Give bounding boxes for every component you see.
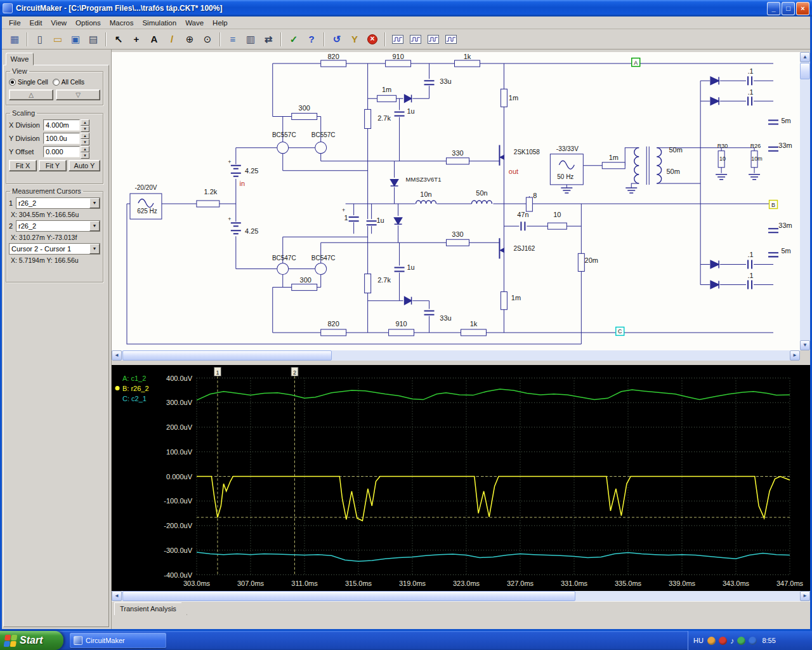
x-division-label: X Division bbox=[9, 121, 43, 129]
spinner-down-icon[interactable]: ▼ bbox=[81, 126, 89, 132]
mirror-icon[interactable]: ⇄ bbox=[260, 32, 277, 47]
x-division-input[interactable] bbox=[43, 119, 80, 131]
cursor1-source-select[interactable]: r26_2 ▼ bbox=[16, 197, 100, 209]
digital-display-1-icon[interactable] bbox=[390, 32, 406, 47]
waveform-scrollbar[interactable]: ◄ ► bbox=[112, 591, 810, 601]
help-icon[interactable]: ? bbox=[303, 32, 320, 47]
schematic-hscrollbar[interactable]: ◄ ► bbox=[112, 350, 800, 361]
minimize-button[interactable]: _ bbox=[767, 2, 780, 15]
zoom-in-tool-icon[interactable]: ⊕ bbox=[181, 32, 198, 47]
dropdown-arrow-icon[interactable]: ▼ bbox=[89, 198, 100, 208]
maximize-button[interactable]: □ bbox=[782, 2, 795, 15]
waveform-plot[interactable]: 303.0ms307.0ms311.0ms315.0ms319.0ms323.0… bbox=[112, 365, 810, 591]
menu-file[interactable]: File bbox=[4, 18, 25, 28]
legend-item[interactable]: A: c1_2 bbox=[122, 375, 146, 382]
circuit-label: 8 bbox=[533, 192, 537, 199]
digital-display-4-icon[interactable] bbox=[443, 32, 459, 47]
schematic-svg[interactable]: ABC 8209101k.1.11m33u1m5m33m3002.7k1uBC5… bbox=[112, 52, 800, 350]
circuit-label: 20m bbox=[585, 256, 598, 264]
hscroll-thumb[interactable] bbox=[122, 350, 332, 361]
new-file-icon[interactable]: ▯ bbox=[32, 32, 48, 47]
open-file-icon[interactable]: ▭ bbox=[49, 32, 66, 47]
spinner-up-icon[interactable]: ▲ bbox=[81, 133, 89, 139]
spinner-down-icon[interactable]: ▼ bbox=[81, 152, 89, 159]
fit-x-button[interactable]: Fit X bbox=[9, 160, 37, 171]
next-wave-button[interactable]: ▽ bbox=[56, 90, 100, 100]
circuit-label: 4.25 bbox=[245, 227, 258, 235]
pointer-tool-icon[interactable]: ↖ bbox=[110, 32, 127, 47]
x-division-spinner[interactable]: ▲▼ bbox=[81, 119, 89, 131]
fit-y-button[interactable]: Fit Y bbox=[39, 160, 67, 171]
scroll-left-icon[interactable]: ◄ bbox=[112, 350, 122, 361]
digital-display-2-icon[interactable] bbox=[407, 32, 424, 47]
language-indicator[interactable]: HU bbox=[693, 637, 704, 644]
menu-help[interactable]: Help bbox=[208, 18, 232, 28]
menu-wave[interactable]: Wave bbox=[181, 18, 208, 28]
text-tool-icon[interactable]: A bbox=[146, 32, 162, 47]
auto-y-button[interactable]: Auto Y bbox=[69, 160, 100, 171]
menu-view[interactable]: View bbox=[46, 18, 71, 28]
view-group: View Single Cell All Cells △ ▽ bbox=[6, 67, 103, 105]
volume-icon[interactable]: ♪ bbox=[730, 637, 735, 645]
single-cell-radio[interactable] bbox=[9, 79, 16, 86]
circuit-labels: 8209101k.1.11m33u1m5m33m3002.7k1uBC557CB… bbox=[134, 53, 792, 328]
print-icon[interactable]: ▤ bbox=[85, 32, 102, 47]
cursor2-source-select[interactable]: r26_2 ▼ bbox=[16, 220, 100, 232]
spinner-up-icon[interactable]: ▲ bbox=[81, 119, 89, 126]
y-offset-input[interactable] bbox=[43, 146, 80, 157]
zoom-tool-icon[interactable]: ⊙ bbox=[199, 32, 216, 47]
scroll-up-icon[interactable]: ▲ bbox=[800, 52, 810, 62]
menu-simulation[interactable]: Simulation bbox=[138, 18, 181, 28]
title-bar[interactable]: CircuitMaker - [C:\Program Files\...\tra… bbox=[0, 0, 812, 17]
legend-item[interactable]: C: c2_1 bbox=[122, 395, 147, 402]
schematic-canvas[interactable]: ABC 8209101k.1.11m33u1m5m33m3002.7k1uBC5… bbox=[112, 52, 800, 350]
dropdown-arrow-icon[interactable]: ▼ bbox=[89, 221, 100, 231]
digital-display-3-icon[interactable] bbox=[425, 32, 442, 47]
cursor-flag-label: 1 bbox=[216, 369, 219, 376]
reset-icon[interactable]: ↺ bbox=[329, 32, 345, 47]
schematic-vscrollbar[interactable]: ▲ ▼ bbox=[800, 52, 810, 350]
menu-options[interactable]: Options bbox=[71, 18, 105, 28]
cursor-diff-select[interactable]: Cursor 2 - Cursor 1 ▼ bbox=[9, 243, 100, 255]
wire-tool-icon[interactable]: / bbox=[164, 32, 180, 47]
network-icon[interactable] bbox=[737, 637, 745, 645]
scroll-left-icon[interactable]: ◄ bbox=[112, 591, 122, 601]
menu-edit[interactable]: Edit bbox=[25, 18, 47, 28]
spinner-down-icon[interactable]: ▼ bbox=[81, 139, 89, 145]
spinner-up-icon[interactable]: ▲ bbox=[81, 146, 89, 152]
vscroll-thumb[interactable] bbox=[800, 63, 810, 79]
circuit-label: BC547C bbox=[272, 255, 296, 262]
previous-wave-button[interactable]: △ bbox=[9, 90, 53, 100]
browse-parts-icon[interactable]: ▦ bbox=[6, 32, 23, 47]
circuit-label: 1k bbox=[464, 53, 471, 60]
scroll-down-icon[interactable]: ▼ bbox=[800, 340, 810, 350]
messenger-icon[interactable] bbox=[749, 637, 757, 645]
update-icon[interactable] bbox=[707, 637, 716, 645]
menu-macros[interactable]: Macros bbox=[105, 18, 138, 28]
scroll-right-icon[interactable]: ► bbox=[790, 350, 800, 361]
dropdown-arrow-icon[interactable]: ▼ bbox=[89, 244, 100, 254]
stop-simulation-icon[interactable]: × bbox=[364, 32, 381, 47]
copy-icon[interactable]: ▥ bbox=[242, 32, 259, 47]
y-offset-spinner[interactable]: ▲▼ bbox=[81, 146, 89, 157]
legend-item[interactable]: B: r26_2 bbox=[122, 385, 149, 392]
waveform-view: 303.0ms307.0ms311.0ms315.0ms319.0ms323.0… bbox=[112, 365, 810, 591]
taskbar-item-label: CircuitMaker bbox=[86, 637, 125, 644]
probe-tool-icon[interactable]: Y bbox=[346, 32, 363, 47]
tab-transient-analysis[interactable]: Transient Analysis bbox=[114, 602, 187, 615]
tab-wave[interactable]: Wave bbox=[6, 53, 34, 65]
scroll-right-icon[interactable]: ► bbox=[800, 591, 810, 601]
find-part-icon[interactable]: ≡ bbox=[225, 32, 241, 47]
all-cells-radio[interactable] bbox=[53, 79, 60, 86]
y-division-spinner[interactable]: ▲▼ bbox=[81, 133, 89, 144]
antivirus-icon[interactable] bbox=[719, 637, 727, 645]
trace-r26_2 bbox=[197, 477, 790, 521]
run-analyses-icon[interactable]: ✓ bbox=[285, 32, 302, 47]
close-button[interactable]: × bbox=[796, 2, 809, 15]
save-icon[interactable]: ▣ bbox=[67, 32, 84, 47]
waveform-scroll-thumb[interactable] bbox=[122, 591, 575, 601]
start-button[interactable]: Start bbox=[0, 631, 63, 650]
y-division-input[interactable] bbox=[43, 133, 80, 144]
place-part-icon[interactable]: + bbox=[128, 32, 145, 47]
taskbar-item-circuitmaker[interactable]: CircuitMaker bbox=[70, 633, 166, 648]
